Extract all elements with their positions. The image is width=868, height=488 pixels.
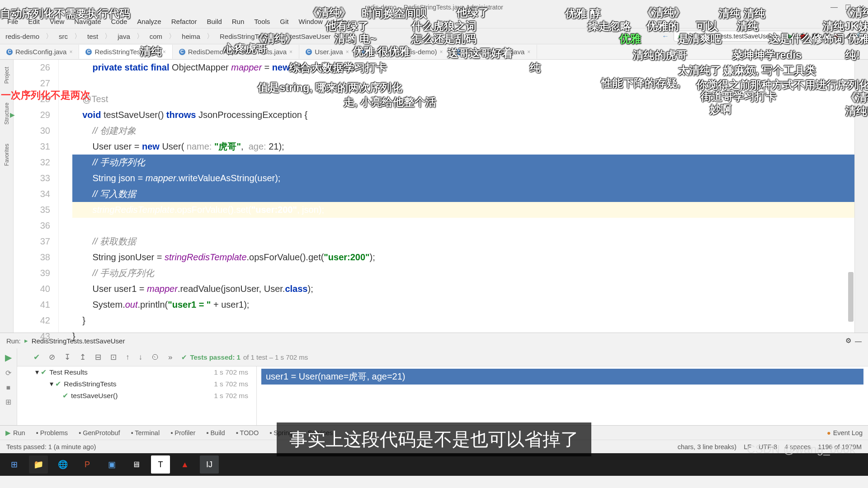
close-tab-icon[interactable]: × <box>69 49 72 55</box>
code-line-39[interactable]: // 手动反序列化 <box>72 265 854 281</box>
layout-button[interactable]: ⊞ <box>5 398 11 406</box>
code-line-32[interactable]: // 手动序列化 <box>72 155 854 170</box>
toggle-button[interactable]: ⟳ <box>5 369 11 377</box>
code-line-31[interactable]: User user = new User( name: "虎哥", age: 2… <box>72 139 854 155</box>
code-line-40[interactable]: User user1 = mapper.readValue(jsonUser, … <box>72 281 854 297</box>
typora-icon[interactable]: T <box>151 455 170 474</box>
up-icon[interactable]: ↑ <box>126 353 130 362</box>
menu-help[interactable]: Help <box>328 16 351 27</box>
coverage-button[interactable]: ▦ <box>811 32 818 40</box>
down-icon[interactable]: ↓ <box>139 353 143 362</box>
close-tab-icon[interactable]: × <box>440 49 443 55</box>
test-row[interactable]: ✔testSaveUser()1 s 702 ms <box>17 390 256 402</box>
menu-code[interactable]: Code <box>106 16 132 27</box>
close-tab-icon[interactable]: × <box>163 49 166 55</box>
bottom-genprotobuf[interactable]: ▪ GenProtobuf <box>73 429 125 436</box>
code-line-37[interactable]: // 获取数据 <box>72 234 854 249</box>
check-icon[interactable]: ✔ <box>33 352 40 362</box>
chrome-icon[interactable]: 🌐 <box>53 455 72 474</box>
debug-button[interactable]: 🐞 <box>798 32 807 40</box>
close-icon[interactable]: ✕ <box>859 3 864 12</box>
code-line-27[interactable] <box>72 75 854 91</box>
menu-view[interactable]: View <box>45 16 69 27</box>
test-tree[interactable]: ▾ ✔Test Results1 s 702 ms▾ ✔RedisStringT… <box>17 366 257 425</box>
code-line-28[interactable]: @Test <box>72 91 854 107</box>
code-line-42[interactable]: } <box>72 313 854 328</box>
rerun-button[interactable]: ▶ <box>5 352 12 363</box>
vm-icon[interactable]: 🖥 <box>127 455 146 474</box>
menu-git[interactable]: Git <box>275 16 293 27</box>
stop-button[interactable]: ■ <box>835 32 839 40</box>
sort-icon[interactable]: ↧ <box>64 352 71 362</box>
stop2-button[interactable]: ■ <box>6 384 10 392</box>
bottom-profiler[interactable]: ▪ Profiler <box>165 429 201 436</box>
crumb-java[interactable]: java <box>116 32 132 41</box>
watch-icon[interactable]: ⏲ <box>151 353 159 362</box>
code-line-33[interactable]: String json = mapper.writeValueAsString(… <box>72 170 854 186</box>
menu-build[interactable]: Build <box>202 16 226 27</box>
run-config-select[interactable]: ▸ RedisStringTests.testSaveUser ▾ <box>674 31 783 42</box>
ppt-icon[interactable]: P <box>78 455 97 474</box>
close-tab-icon[interactable]: × <box>289 49 292 55</box>
code-line-34[interactable]: // 写入数据 <box>72 186 854 202</box>
bottom-run[interactable]: ▶ Run <box>0 429 31 436</box>
crumb-redis-demo[interactable]: redis-demo <box>4 32 41 41</box>
tab-User.java[interactable]: CUser.java× <box>299 45 356 59</box>
hide-icon[interactable]: — <box>855 337 862 345</box>
collapse-icon[interactable]: ⊡ <box>110 352 117 362</box>
tab-RedisStringTests.java[interactable]: CRedisStringTests.java× <box>79 45 172 59</box>
code-line-26[interactable]: private static final ObjectMapper mapper… <box>72 60 854 75</box>
more-icon[interactable]: » <box>168 353 172 362</box>
bottom-terminal[interactable]: ▪ Terminal <box>125 429 165 436</box>
code-line-36[interactable] <box>72 218 854 234</box>
crumb-test[interactable]: test <box>85 32 100 41</box>
menu-tools[interactable]: Tools <box>250 16 274 27</box>
code-line-29[interactable]: void testSaveUser() throws JsonProcessin… <box>72 107 854 123</box>
maximize-icon[interactable]: ☐ <box>845 3 851 12</box>
redis-icon[interactable]: ▲ <box>175 455 194 474</box>
code-line-30[interactable]: // 创建对象 <box>72 123 854 139</box>
menu-navigate[interactable]: Navigate <box>70 16 105 27</box>
crumb-heima[interactable]: heima <box>180 32 202 41</box>
minimize-icon[interactable]: — <box>830 3 838 12</box>
menu-run[interactable]: Run <box>227 16 249 27</box>
start-icon[interactable]: ⊞ <box>5 455 24 474</box>
menu-edit[interactable]: Edit <box>24 16 44 27</box>
close-tab-icon[interactable]: × <box>527 49 530 55</box>
close-tab-icon[interactable]: × <box>346 49 349 55</box>
crumb-RedisStringTests[interactable]: RedisStringTests <box>218 32 273 41</box>
code-line-43[interactable]: } <box>72 328 854 344</box>
right-toolwindow[interactable] <box>854 60 868 333</box>
breadcrumb[interactable]: redis-demo〉src〉test〉java〉com〉heima〉Redis… <box>4 31 333 42</box>
code-editor[interactable]: 262728▶293031323334353637383940414243 pr… <box>14 60 854 333</box>
crumb-com[interactable]: com <box>148 32 164 41</box>
nav-back-icon[interactable]: ← <box>662 32 669 40</box>
cancel-icon[interactable]: ⊘ <box>49 352 55 362</box>
profile-button[interactable]: ⏱ <box>823 32 830 40</box>
run-button[interactable]: ▶ <box>787 31 794 42</box>
code-line-38[interactable]: String jsonUser = stringRedisTemplate.op… <box>72 249 854 265</box>
menu-analyze[interactable]: Analyze <box>132 16 165 27</box>
menu-window[interactable]: Window <box>294 16 327 27</box>
scrollbar[interactable] <box>848 272 854 322</box>
favorites-tool[interactable]: Favorites <box>3 141 11 169</box>
tab-RedisSerializer.java[interactable]: CRedisSerializer.java× <box>450 45 538 59</box>
search-icon[interactable]: 🔍 <box>856 32 864 40</box>
tab-pom.xml (redis-demo)[interactable]: Cpom.xml (redis-demo)× <box>356 45 450 59</box>
tab-RedisConfig.java[interactable]: CRedisConfig.java× <box>0 45 79 59</box>
event-log[interactable]: ● Event Log <box>821 429 868 436</box>
app1-icon[interactable]: ▣ <box>102 455 121 474</box>
code-line-41[interactable]: System.out.println("user1 = " + user1); <box>72 297 854 313</box>
project-tool[interactable]: Project <box>3 64 11 86</box>
code-line-35[interactable]: stringRedisTemplate.opsForValue().set("u… <box>72 202 854 218</box>
explorer-icon[interactable]: 📁 <box>29 455 48 474</box>
bottom-problems[interactable]: ▪ Problems <box>31 429 73 436</box>
test-row[interactable]: ▾ ✔RedisStringTests1 s 702 ms <box>17 378 256 390</box>
taskbar[interactable]: ⊞ 📁 🌐 P ▣ 🖥 T ▲ IJ <box>0 453 868 476</box>
code-body[interactable]: private static final ObjectMapper mapper… <box>59 60 854 333</box>
sort2-icon[interactable]: ↥ <box>80 352 86 362</box>
menu-file[interactable]: File <box>3 16 23 27</box>
git-button[interactable]: ⎇ <box>843 32 851 40</box>
test-row[interactable]: ▾ ✔Test Results1 s 702 ms <box>17 366 256 378</box>
crumb-src[interactable]: src <box>57 32 70 41</box>
